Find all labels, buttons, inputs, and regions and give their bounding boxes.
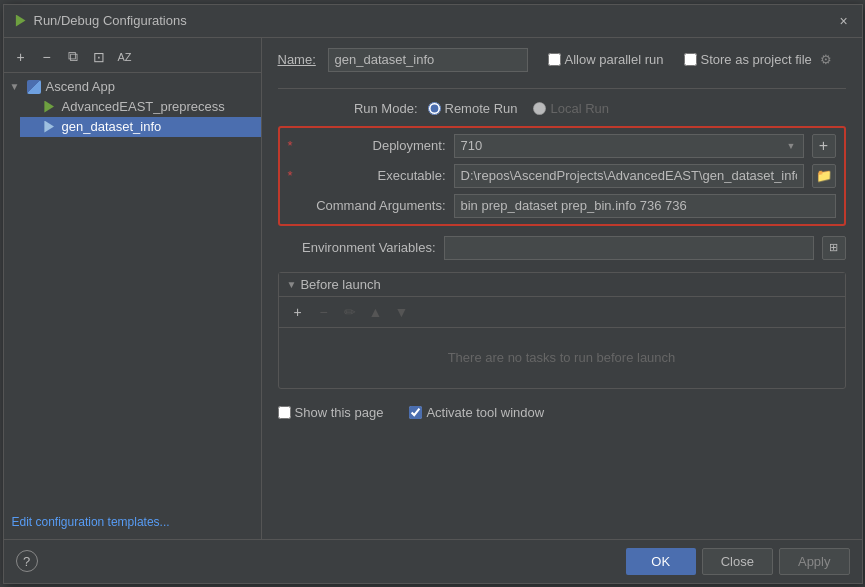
- command-args-label: Command Arguments:: [306, 198, 446, 213]
- config-run-icon: [42, 99, 58, 115]
- sidebar: + − ⧉ ⊡ AZ ▼ Ascend App: [4, 38, 262, 539]
- run-mode-row: Run Mode: Remote Run Local Run: [278, 101, 846, 116]
- name-input[interactable]: [328, 48, 528, 72]
- footer-buttons: OK Close Apply: [626, 548, 850, 575]
- cancel-button[interactable]: Close: [702, 548, 773, 575]
- tree-item-ascend-app[interactable]: ▼ Ascend App: [4, 77, 261, 97]
- ok-button[interactable]: OK: [626, 548, 696, 575]
- store-as-project-label[interactable]: Store as project file: [684, 52, 812, 67]
- sort-config-button[interactable]: AZ: [114, 46, 136, 68]
- dialog-icon: [12, 13, 28, 29]
- browse-button[interactable]: 📁: [812, 164, 836, 188]
- expand-triangle: ▼: [287, 279, 297, 290]
- main-panel: Name: Allow parallel run Store as projec…: [262, 38, 862, 539]
- command-args-row: Command Arguments:: [288, 194, 836, 218]
- remove-config-button[interactable]: −: [36, 46, 58, 68]
- run-mode-radio-group: Remote Run Local Run: [428, 101, 610, 116]
- bl-up-button[interactable]: ▲: [365, 301, 387, 323]
- close-button[interactable]: ×: [834, 11, 854, 31]
- help-button[interactable]: ?: [16, 550, 38, 572]
- activate-tool-label[interactable]: Activate tool window: [409, 405, 544, 420]
- env-vars-input[interactable]: [444, 236, 814, 260]
- store-as-project-checkbox[interactable]: [684, 53, 697, 66]
- executable-input[interactable]: [454, 164, 804, 188]
- title-bar: Run/Debug Configurations ×: [4, 5, 862, 38]
- add-config-button[interactable]: +: [10, 46, 32, 68]
- before-launch-toolbar: + − ✏ ▲ ▼: [279, 297, 845, 328]
- dialog-footer: ? OK Close Apply: [4, 539, 862, 583]
- allow-parallel-label[interactable]: Allow parallel run: [548, 52, 664, 67]
- no-tasks-text: There are no tasks to run before launch: [448, 350, 676, 365]
- name-label: Name:: [278, 52, 318, 67]
- dialog-content: + − ⧉ ⊡ AZ ▼ Ascend App: [4, 38, 862, 539]
- local-run-label[interactable]: Local Run: [533, 101, 609, 116]
- local-run-radio[interactable]: [533, 102, 546, 115]
- sidebar-toolbar: + − ⧉ ⊡ AZ: [4, 42, 261, 73]
- allow-parallel-checkbox[interactable]: [548, 53, 561, 66]
- executable-label: Executable:: [306, 168, 446, 183]
- store-as-project-group: Store as project file ⚙: [684, 52, 832, 67]
- bl-add-button[interactable]: +: [287, 301, 309, 323]
- show-page-label[interactable]: Show this page: [278, 405, 384, 420]
- env-vars-button[interactable]: ⊞: [822, 236, 846, 260]
- bl-edit-button[interactable]: ✏: [339, 301, 361, 323]
- allow-parallel-group: Allow parallel run: [548, 52, 664, 67]
- before-launch-section: ▼ Before launch + − ✏ ▲ ▼ There are no t…: [278, 272, 846, 389]
- tree-item-advancedeast[interactable]: AdvancedEAST_preprecess: [20, 97, 261, 117]
- env-vars-row: Environment Variables: ⊞: [278, 236, 846, 260]
- remote-run-label[interactable]: Remote Run: [428, 101, 518, 116]
- executable-row: * Executable: 📁: [288, 164, 836, 188]
- show-page-checkbox[interactable]: [278, 406, 291, 419]
- before-launch-content: There are no tasks to run before launch: [279, 328, 845, 388]
- gear-icon[interactable]: ⚙: [820, 52, 832, 67]
- activate-tool-checkbox[interactable]: [409, 406, 422, 419]
- dialog-title: Run/Debug Configurations: [34, 13, 834, 28]
- copy-config-button[interactable]: ⧉: [62, 46, 84, 68]
- deployment-label: Deployment:: [306, 138, 446, 153]
- tree-item-gen-dataset[interactable]: gen_dataset_info: [20, 117, 261, 137]
- env-vars-label: Environment Variables:: [296, 240, 436, 255]
- add-deployment-button[interactable]: +: [812, 134, 836, 158]
- bl-remove-button[interactable]: −: [313, 301, 335, 323]
- run-debug-dialog: Run/Debug Configurations × + − ⧉ ⊡ AZ ▼ …: [3, 4, 863, 584]
- apply-button[interactable]: Apply: [779, 548, 850, 575]
- required-star-exec: *: [288, 168, 298, 183]
- deployment-row: * Deployment: 710 +: [288, 134, 836, 158]
- required-star: *: [288, 138, 298, 153]
- highlighted-section: * Deployment: 710 + * Executable: 📁: [278, 126, 846, 226]
- config-run-icon-selected: [42, 119, 58, 135]
- remote-run-radio[interactable]: [428, 102, 441, 115]
- bottom-checkboxes-row: Show this page Activate tool window: [278, 397, 846, 428]
- edit-templates-link[interactable]: Edit configuration templates...: [4, 509, 261, 535]
- tree-item-label: AdvancedEAST_preprecess: [62, 99, 225, 114]
- before-launch-header[interactable]: ▼ Before launch: [279, 273, 845, 297]
- deployment-select[interactable]: 710: [454, 134, 804, 158]
- bl-down-button[interactable]: ▼: [391, 301, 413, 323]
- name-row: Name: Allow parallel run Store as projec…: [278, 48, 846, 72]
- before-launch-label: Before launch: [300, 277, 380, 292]
- tree-item-label: Ascend App: [46, 79, 115, 94]
- app-icon: [26, 79, 42, 95]
- divider: [278, 88, 846, 89]
- expand-icon: ▼: [10, 81, 26, 92]
- move-config-button[interactable]: ⊡: [88, 46, 110, 68]
- tree-item-label-selected: gen_dataset_info: [62, 119, 162, 134]
- deployment-select-wrapper: 710: [454, 134, 804, 158]
- command-args-input[interactable]: [454, 194, 836, 218]
- run-mode-label: Run Mode:: [278, 101, 418, 116]
